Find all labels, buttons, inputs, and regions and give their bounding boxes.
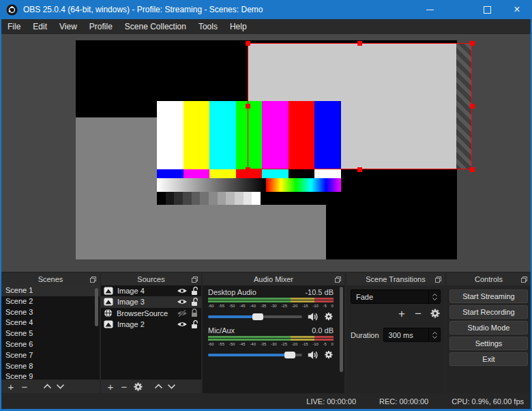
menu-bar: File Edit View Profile Scene Collection …: [1, 19, 531, 34]
lock-closed-icon[interactable]: [191, 309, 198, 317]
scene-item[interactable]: Scene 4: [1, 317, 100, 328]
scene-item[interactable]: Scene 2: [1, 296, 100, 307]
transition-properties-gear-icon[interactable]: [430, 308, 441, 319]
visibility-eye-icon[interactable]: [177, 298, 188, 305]
scene-item[interactable]: Scene 7: [1, 350, 100, 361]
preview-area[interactable]: [1, 34, 531, 272]
speaker-icon[interactable]: [308, 350, 319, 360]
image-source-icon: [104, 287, 113, 295]
selection-handle[interactable]: [470, 41, 475, 46]
scene-item[interactable]: Scene 9: [1, 371, 100, 380]
selection-handle[interactable]: [470, 167, 475, 172]
add-scene-button[interactable]: +: [6, 382, 16, 392]
audio-mixer-panel: Audio Mixer Desktop Audio -10.5 dB: [203, 273, 344, 393]
transition-select-spinner[interactable]: [428, 290, 440, 303]
source-item[interactable]: Image 4: [101, 285, 201, 296]
mixer-channel-desktop-audio: Desktop Audio -10.5 dB: [208, 288, 334, 322]
start-streaming-button[interactable]: Start Streaming: [449, 289, 528, 303]
scene-item[interactable]: Scene 3: [1, 307, 100, 318]
transition-selected-value: Fade: [351, 293, 428, 301]
sources-panel-title: Sources: [101, 273, 201, 285]
dock-float-icon[interactable]: [521, 277, 527, 283]
lock-open-icon[interactable]: [191, 287, 198, 296]
channel-settings-gear-icon[interactable]: [324, 349, 334, 360]
volume-slider[interactable]: [208, 354, 302, 356]
sources-list[interactable]: Image 4 Image 3 BrowserSource: [101, 285, 201, 380]
move-scene-up-button[interactable]: [43, 384, 52, 389]
window-title: OBS 25.0.4 (64-bit, windows) - Profile: …: [23, 5, 263, 14]
duration-spinner[interactable]: [428, 328, 440, 341]
speaker-icon[interactable]: [308, 311, 319, 322]
mixer-scrollbar[interactable]: [340, 287, 343, 372]
scene-item[interactable]: Scene 5: [1, 328, 100, 339]
volume-slider-handle[interactable]: [252, 313, 263, 320]
source-item[interactable]: Image 2: [101, 319, 201, 330]
selection-handle[interactable]: [357, 41, 362, 46]
move-scene-down-button[interactable]: [56, 384, 65, 389]
duration-spinbox[interactable]: 300 ms: [383, 328, 441, 342]
scene-item[interactable]: Scene 1: [1, 285, 100, 296]
selection-border: [248, 43, 472, 169]
menu-edit[interactable]: Edit: [27, 19, 53, 34]
volume-meter: [208, 336, 334, 341]
dock-float-icon[interactable]: [90, 277, 96, 283]
remove-scene-button[interactable]: −: [20, 382, 29, 392]
move-source-up-button[interactable]: [154, 384, 163, 389]
menu-view[interactable]: View: [53, 19, 83, 34]
source-item-selected[interactable]: Image 3: [101, 296, 201, 307]
selection-handle[interactable]: [246, 104, 250, 109]
controls-body: Start Streaming Start Recording Studio M…: [447, 285, 531, 393]
close-button[interactable]: ×: [502, 0, 532, 19]
visibility-eye-icon[interactable]: [177, 321, 188, 328]
lock-open-icon[interactable]: [191, 298, 198, 307]
meter-tick-labels: -60-55-50-45-40-35-30-25-20-15-10-50: [208, 342, 334, 346]
scenes-list[interactable]: Scene 1 Scene 2 Scene 3 Scene 4 Scene 5 …: [1, 285, 100, 380]
add-source-button[interactable]: +: [106, 382, 115, 392]
channel-name: Mic/Aux: [208, 326, 235, 335]
selection-handle[interactable]: [246, 41, 250, 46]
scene-item[interactable]: Scene 8: [1, 361, 100, 372]
dock-float-icon[interactable]: [192, 277, 198, 283]
remove-transition-button[interactable]: −: [413, 309, 423, 319]
duration-value: 300 ms: [384, 331, 428, 339]
maximize-icon: [484, 6, 491, 14]
selection-handle[interactable]: [470, 104, 475, 109]
selection-handle[interactable]: [357, 167, 362, 172]
scenes-scrollbar[interactable]: [95, 288, 98, 326]
start-recording-button[interactable]: Start Recording: [449, 305, 528, 319]
studio-mode-button[interactable]: Studio Mode: [449, 321, 528, 335]
volume-slider[interactable]: [208, 315, 302, 318]
transition-select[interactable]: Fade: [351, 289, 441, 304]
menu-file[interactable]: File: [1, 19, 27, 34]
obs-window: OBS 25.0.4 (64-bit, windows) - Profile: …: [0, 0, 532, 411]
sources-panel: Sources Image 4 Image 3: [101, 273, 201, 393]
move-source-down-button[interactable]: [167, 384, 176, 389]
dock-float-icon[interactable]: [435, 277, 441, 283]
visibility-eye-icon[interactable]: [177, 287, 188, 294]
mixer-channel-mic-aux: Mic/Aux 0.0 dB: [208, 326, 334, 360]
add-transition-button[interactable]: +: [397, 309, 407, 319]
menu-tools[interactable]: Tools: [192, 19, 224, 34]
scene-item[interactable]: Scene 6: [1, 339, 100, 350]
dock-float-icon[interactable]: [335, 277, 341, 283]
minimize-button[interactable]: [415, 0, 445, 19]
selection-handle[interactable]: [246, 167, 250, 172]
close-icon: ×: [514, 4, 520, 15]
sources-toolbar: + −: [101, 380, 201, 393]
source-item[interactable]: BrowserSource: [101, 308, 201, 319]
menu-scene-collection[interactable]: Scene Collection: [119, 19, 192, 34]
menu-help[interactable]: Help: [224, 19, 253, 34]
chevron-down-icon: [432, 336, 437, 339]
volume-slider-handle[interactable]: [284, 352, 295, 358]
visibility-hidden-eye-icon[interactable]: [177, 310, 188, 317]
menu-profile[interactable]: Profile: [83, 19, 119, 34]
scenes-panel: Scenes Scene 1 Scene 2 Scene 3 Scene 4 S…: [1, 273, 100, 393]
channel-settings-gear-icon[interactable]: [324, 311, 334, 322]
remove-source-button[interactable]: −: [119, 382, 129, 392]
exit-button[interactable]: Exit: [449, 352, 528, 366]
settings-button[interactable]: Settings: [449, 337, 528, 350]
chevron-down-icon: [432, 298, 437, 300]
lock-open-icon[interactable]: [191, 320, 198, 329]
maximize-button[interactable]: [472, 0, 502, 19]
source-properties-gear-icon[interactable]: [133, 382, 143, 392]
